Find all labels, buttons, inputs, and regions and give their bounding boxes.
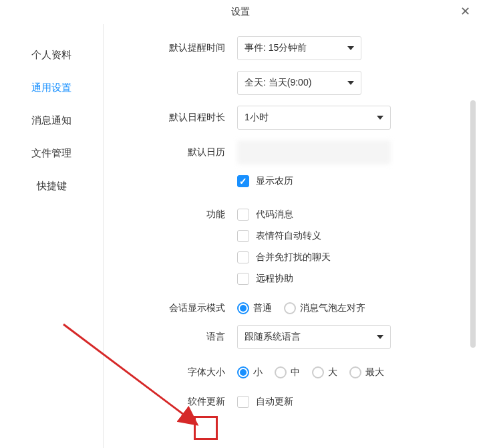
close-icon[interactable]: ✕ bbox=[460, 5, 470, 17]
sidebar: 个人资料 通用设置 消息通知 文件管理 快捷键 bbox=[0, 24, 104, 448]
duration-value: 1小时 bbox=[245, 112, 269, 124]
sidebar-item-profile[interactable]: 个人资料 bbox=[0, 39, 103, 72]
remote-assist-checkbox[interactable] bbox=[237, 273, 249, 285]
language-value: 跟随系统语言 bbox=[245, 331, 301, 343]
language-label: 语言 bbox=[104, 331, 237, 343]
chevron-down-icon bbox=[377, 335, 383, 339]
auto-update-label: 自动更新 bbox=[256, 396, 293, 408]
reminder-event-value: 事件: 15分钟前 bbox=[245, 42, 307, 54]
conversation-normal-radio[interactable]: 普通 bbox=[237, 302, 272, 314]
default-calendar-field[interactable] bbox=[237, 140, 391, 164]
conversation-left-label: 消息气泡左对齐 bbox=[300, 302, 365, 314]
reminder-event-select[interactable]: 事件: 15分钟前 bbox=[237, 36, 361, 60]
default-calendar-label: 默认日历 bbox=[104, 146, 237, 158]
software-update-label: 软件更新 bbox=[104, 396, 237, 408]
merge-dnd-label: 合并免打扰的聊天 bbox=[256, 251, 331, 263]
font-large-label: 大 bbox=[328, 366, 337, 378]
merge-dnd-checkbox[interactable] bbox=[237, 251, 249, 263]
chevron-down-icon bbox=[347, 46, 354, 50]
reminder-label: 默认提醒时间 bbox=[104, 42, 237, 54]
scrollbar[interactable] bbox=[470, 100, 476, 348]
code-message-label: 代码消息 bbox=[256, 209, 293, 221]
conversation-mode-label: 会话显示模式 bbox=[104, 302, 237, 314]
reminder-allday-value: 全天: 当天(9:00) bbox=[245, 77, 311, 89]
chevron-down-icon bbox=[347, 81, 354, 85]
content-panel: 默认提醒时间 事件: 15分钟前 全天: 当天(9:00) 默认日程时长 1小时… bbox=[104, 24, 481, 448]
emoji-escape-checkbox[interactable] bbox=[237, 230, 249, 242]
reminder-allday-select[interactable]: 全天: 当天(9:00) bbox=[237, 71, 361, 95]
duration-label: 默认日程时长 bbox=[104, 112, 237, 124]
font-max-label: 最大 bbox=[365, 366, 384, 378]
lunar-checkbox[interactable]: ✓ bbox=[237, 175, 249, 187]
radio-icon bbox=[237, 366, 249, 378]
font-small-label: 小 bbox=[253, 366, 263, 378]
sidebar-item-file[interactable]: 文件管理 bbox=[0, 137, 103, 170]
conversation-left-radio[interactable]: 消息气泡左对齐 bbox=[284, 302, 365, 314]
font-medium-label: 中 bbox=[291, 366, 300, 378]
font-medium-radio[interactable]: 中 bbox=[275, 366, 300, 378]
font-max-radio[interactable]: 最大 bbox=[349, 366, 384, 378]
duration-select[interactable]: 1小时 bbox=[237, 106, 391, 130]
code-message-checkbox[interactable] bbox=[237, 209, 249, 221]
sidebar-item-shortcut[interactable]: 快捷键 bbox=[0, 170, 103, 203]
sidebar-item-notification[interactable]: 消息通知 bbox=[0, 104, 103, 137]
font-size-label: 字体大小 bbox=[104, 366, 237, 378]
font-large-radio[interactable]: 大 bbox=[312, 366, 337, 378]
radio-icon bbox=[349, 366, 361, 378]
page-title: 设置 bbox=[231, 6, 250, 18]
radio-icon bbox=[312, 366, 324, 378]
radio-icon bbox=[284, 302, 296, 314]
sidebar-item-general[interactable]: 通用设置 bbox=[0, 72, 103, 104]
function-label: 功能 bbox=[104, 209, 237, 221]
conversation-normal-label: 普通 bbox=[253, 302, 272, 314]
font-small-radio[interactable]: 小 bbox=[237, 366, 263, 378]
auto-update-checkbox[interactable] bbox=[237, 396, 249, 408]
radio-icon bbox=[237, 302, 249, 314]
remote-assist-label: 远程协助 bbox=[256, 273, 293, 285]
radio-icon bbox=[275, 366, 287, 378]
lunar-label: 显示农历 bbox=[256, 175, 293, 187]
chevron-down-icon bbox=[377, 116, 383, 120]
emoji-escape-label: 表情符自动转义 bbox=[256, 230, 321, 242]
language-select[interactable]: 跟随系统语言 bbox=[237, 325, 391, 349]
